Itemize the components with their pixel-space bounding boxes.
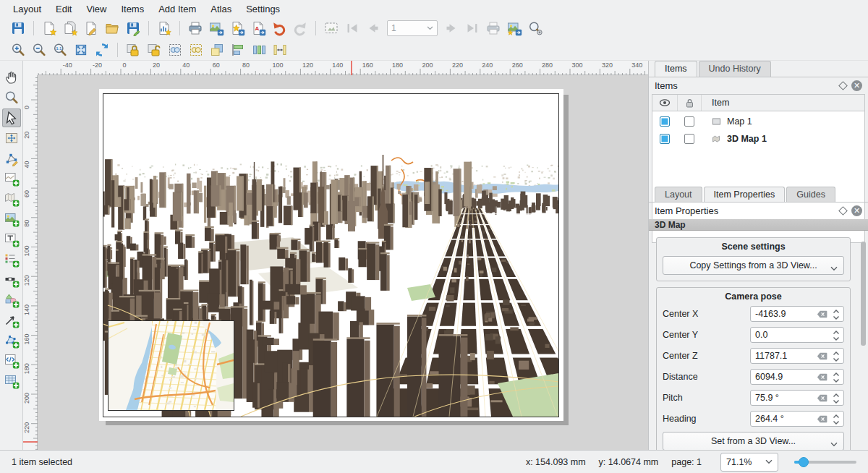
zoom-full-button[interactable]	[72, 41, 90, 59]
spinner-arrows-icon[interactable]	[832, 371, 841, 384]
visibility-checkbox[interactable]	[660, 134, 670, 144]
ungroup-items-button[interactable]	[187, 41, 205, 59]
spinner-arrows-icon[interactable]	[832, 392, 841, 405]
menu-edit[interactable]: Edit	[48, 1, 79, 17]
clear-field-icon[interactable]	[817, 352, 827, 360]
tab-item-properties[interactable]: Item Properties	[704, 187, 786, 202]
pan-layout-button[interactable]	[2, 68, 21, 87]
menu-items[interactable]: Items	[114, 1, 151, 17]
clear-field-icon[interactable]	[817, 415, 827, 423]
next-feature-button[interactable]	[442, 19, 461, 38]
add-html-button[interactable]	[2, 351, 21, 370]
export-pdf-button[interactable]: A	[249, 19, 268, 38]
zoom-out-button[interactable]	[30, 41, 48, 59]
center-x-spinbox[interactable]: -4163.9	[750, 306, 844, 322]
add-3d-map-button[interactable]	[2, 189, 21, 208]
tab-undo-history[interactable]: Undo History	[699, 61, 771, 77]
items-row-map-1[interactable]: Map 1	[652, 114, 864, 129]
add-scalebar-button[interactable]	[2, 270, 21, 289]
lock-checkbox[interactable]	[684, 116, 694, 127]
items-row-3d-map-1[interactable]: 3D Map 1	[652, 132, 864, 146]
set-from-3d-view-button[interactable]: Set from a 3D View...	[663, 432, 844, 450]
float-panel-icon[interactable]	[838, 206, 848, 216]
pitch-spinbox[interactable]: 75.9 °	[750, 390, 844, 406]
unlock-items-button[interactable]	[145, 41, 163, 59]
visibility-checkbox[interactable]	[660, 116, 670, 127]
export-atlas-button[interactable]	[505, 19, 524, 38]
atlas-settings-button[interactable]	[526, 19, 545, 38]
center-y-spinbox[interactable]: 0.0	[750, 327, 844, 343]
zoom-level-combobox[interactable]: 71.1%	[720, 453, 778, 472]
zoom-in-button[interactable]	[9, 41, 27, 59]
new-report-button[interactable]	[155, 19, 174, 38]
duplicate-layout-button[interactable]	[61, 19, 80, 38]
move-item-content-button[interactable]	[2, 129, 21, 148]
distance-spinbox[interactable]: 6094.9	[750, 369, 844, 385]
float-panel-icon[interactable]	[838, 81, 848, 90]
add-picture-button[interactable]	[2, 210, 21, 229]
spinner-arrows-icon[interactable]	[832, 413, 841, 426]
zoom-slider-handle[interactable]	[799, 457, 809, 467]
menu-add-item[interactable]: Add Item	[151, 1, 203, 17]
spinner-arrows-icon[interactable]	[832, 308, 841, 321]
zoom-actual-button[interactable]: 1:1	[51, 41, 69, 59]
first-feature-button[interactable]	[343, 19, 362, 38]
copy-settings-button[interactable]: Copy Settings from a 3D View...	[663, 256, 844, 275]
new-layout-button[interactable]	[40, 19, 59, 38]
clear-field-icon[interactable]	[817, 394, 827, 402]
undo-button[interactable]	[270, 19, 289, 38]
lock-checkbox[interactable]	[684, 134, 694, 144]
add-shape-button[interactable]	[2, 291, 21, 310]
atlas-page-combo[interactable]: 1	[387, 20, 438, 36]
add-node-item-button[interactable]	[2, 331, 21, 350]
scrollbar-thumb[interactable]	[861, 242, 866, 346]
edit-nodes-item-button[interactable]	[2, 149, 21, 168]
print-atlas-button[interactable]	[484, 19, 503, 38]
refresh-view-button[interactable]	[93, 41, 111, 59]
tab-layout[interactable]: Layout	[655, 187, 702, 202]
last-feature-button[interactable]	[463, 19, 482, 38]
save-layout-button[interactable]	[9, 19, 27, 38]
open-layout-button[interactable]	[103, 19, 122, 38]
preview-atlas-button[interactable]	[322, 19, 341, 38]
zoom-slider[interactable]	[794, 453, 856, 471]
menu-atlas[interactable]: Atlas	[203, 1, 239, 17]
group-items-button[interactable]	[166, 41, 184, 59]
heading-spinbox[interactable]: 264.4 °	[750, 411, 844, 427]
export-image-button[interactable]	[207, 19, 226, 38]
menu-settings[interactable]: Settings	[239, 1, 287, 17]
layout-item-3d-map-1[interactable]	[103, 93, 559, 417]
layout-canvas[interactable]	[38, 75, 648, 450]
add-attribute-table-button[interactable]	[2, 372, 21, 391]
add-label-button[interactable]	[2, 230, 21, 249]
lock-items-button[interactable]	[124, 41, 142, 59]
align-items-button[interactable]	[229, 41, 247, 59]
resize-items-button[interactable]	[271, 41, 289, 59]
menu-layout[interactable]: Layout	[6, 1, 48, 17]
rename-layout-button[interactable]	[82, 19, 101, 38]
spinner-arrows-icon[interactable]	[832, 350, 841, 363]
spinner-arrows-icon[interactable]	[832, 329, 841, 342]
clear-field-icon[interactable]	[817, 373, 827, 381]
clear-field-icon[interactable]	[817, 310, 827, 318]
distribute-items-button[interactable]	[250, 41, 268, 59]
center-z-spinbox[interactable]: 11787.1	[750, 348, 844, 364]
layout-item-map-1[interactable]	[108, 320, 234, 411]
zoom-tool-button[interactable]	[2, 88, 21, 107]
save-as-template-button[interactable]	[124, 19, 142, 38]
print-button[interactable]	[186, 19, 205, 38]
layout-page[interactable]	[99, 89, 563, 421]
raise-items-button[interactable]	[208, 41, 226, 59]
close-panel-icon[interactable]: ✕	[851, 80, 862, 91]
previous-feature-button[interactable]	[364, 19, 383, 38]
tab-guides[interactable]: Guides	[786, 187, 835, 202]
redo-button[interactable]	[291, 19, 310, 38]
export-svg-button[interactable]	[228, 19, 247, 38]
select-move-item-button[interactable]	[2, 108, 21, 127]
add-map-button[interactable]	[2, 169, 21, 188]
menu-view[interactable]: View	[79, 1, 114, 17]
add-legend-button[interactable]	[2, 250, 21, 269]
tab-items[interactable]: Items	[655, 61, 697, 77]
add-arrow-button[interactable]	[2, 311, 21, 330]
close-panel-icon[interactable]: ✕	[851, 205, 862, 216]
